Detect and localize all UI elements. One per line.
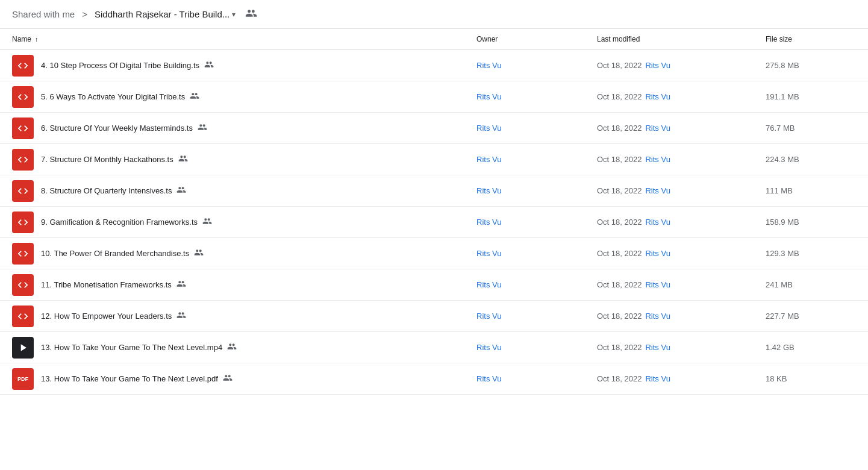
table-row[interactable]: 6. Structure Of Your Weekly Masterminds.… xyxy=(0,113,868,144)
shared-icon xyxy=(227,342,237,353)
table-row[interactable]: 10. The Power Of Branded Merchandise.ts … xyxy=(0,238,868,269)
file-cell: 11. Tribe Monetisation Frameworks.ts xyxy=(12,274,476,296)
modified-user[interactable]: Rits Vu xyxy=(645,186,670,195)
shared-icon xyxy=(176,185,186,196)
modified-date: Oct 18, 2022 xyxy=(597,374,642,383)
shared-icon xyxy=(176,279,186,290)
modified-cell: Oct 18, 2022 Rits Vu xyxy=(597,124,766,133)
chevron-down-icon[interactable]: ▾ xyxy=(232,10,236,19)
size-cell: 129.3 MB xyxy=(766,249,856,258)
file-name: 4. 10 Step Process Of Digital Tribe Buil… xyxy=(41,60,214,71)
owner-cell[interactable]: Rits Vu xyxy=(476,92,597,101)
modified-user[interactable]: Rits Vu xyxy=(645,155,670,164)
modified-cell: Oct 18, 2022 Rits Vu xyxy=(597,343,766,352)
ts-file-icon xyxy=(12,149,34,171)
modified-cell: Oct 18, 2022 Rits Vu xyxy=(597,218,766,227)
modified-user[interactable]: Rits Vu xyxy=(645,312,670,321)
modified-cell: Oct 18, 2022 Rits Vu xyxy=(597,312,766,321)
owner-cell[interactable]: Rits Vu xyxy=(476,374,597,383)
size-cell: 18 KB xyxy=(766,374,856,383)
file-name: 13. How To Take Your Game To The Next Le… xyxy=(41,342,237,353)
table-row[interactable]: 13. How To Take Your Game To The Next Le… xyxy=(0,332,868,363)
modified-cell: Oct 18, 2022 Rits Vu xyxy=(597,92,766,101)
shared-icon xyxy=(223,373,233,384)
shared-icon xyxy=(176,310,186,322)
modified-date: Oct 18, 2022 xyxy=(597,92,642,101)
modified-date: Oct 18, 2022 xyxy=(597,312,642,321)
modified-cell: Oct 18, 2022 Rits Vu xyxy=(597,186,766,195)
ts-file-icon xyxy=(12,118,34,139)
breadcrumb-current-folder[interactable]: Siddharth Rajsekar - Tribe Build... ▾ xyxy=(95,9,236,19)
modified-user[interactable]: Rits Vu xyxy=(645,61,670,70)
shared-icon xyxy=(194,248,204,259)
table-row[interactable]: 9. Gamification & Recognition Frameworks… xyxy=(0,207,868,238)
owner-cell[interactable]: Rits Vu xyxy=(476,186,597,195)
breadcrumb-folder-name: Siddharth Rajsekar - Tribe Build... xyxy=(95,9,229,19)
size-cell: 224.3 MB xyxy=(766,155,856,164)
ts-file-icon xyxy=(12,180,34,202)
size-cell: 275.8 MB xyxy=(766,61,856,70)
modified-user[interactable]: Rits Vu xyxy=(645,280,670,289)
owner-cell[interactable]: Rits Vu xyxy=(476,155,597,164)
breadcrumb-shared-with-me[interactable]: Shared with me xyxy=(12,9,75,19)
modified-date: Oct 18, 2022 xyxy=(597,343,642,352)
column-name[interactable]: Name ↑ xyxy=(12,35,476,43)
owner-cell[interactable]: Rits Vu xyxy=(476,61,597,70)
owner-cell[interactable]: Rits Vu xyxy=(476,312,597,321)
ts-file-icon xyxy=(12,274,34,296)
file-cell: 9. Gamification & Recognition Frameworks… xyxy=(12,212,476,233)
file-name: 12. How To Empower Your Leaders.ts xyxy=(41,310,186,322)
breadcrumb-header: Shared with me > Siddharth Rajsekar - Tr… xyxy=(0,0,868,29)
modified-user[interactable]: Rits Vu xyxy=(645,124,670,133)
ts-file-icon xyxy=(12,55,34,77)
modified-user[interactable]: Rits Vu xyxy=(645,374,670,383)
file-cell: 6. Structure Of Your Weekly Masterminds.… xyxy=(12,118,476,139)
modified-date: Oct 18, 2022 xyxy=(597,124,642,133)
file-name: 9. Gamification & Recognition Frameworks… xyxy=(41,216,212,228)
modified-user[interactable]: Rits Vu xyxy=(645,92,670,101)
pdf-file-icon: PDF xyxy=(12,368,34,390)
ts-file-icon xyxy=(12,243,34,265)
file-cell: 8. Structure Of Quarterly Intensives.ts xyxy=(12,180,476,202)
file-cell: 12. How To Empower Your Leaders.ts xyxy=(12,306,476,327)
file-name: 13. How To Take Your Game To The Next Le… xyxy=(41,373,233,384)
modified-date: Oct 18, 2022 xyxy=(597,218,642,227)
table-row[interactable]: 5. 6 Ways To Activate Your Digital Tribe… xyxy=(0,81,868,113)
modified-cell: Oct 18, 2022 Rits Vu xyxy=(597,155,766,164)
table-row[interactable]: 7. Structure Of Monthly Hackathons.ts Ri… xyxy=(0,144,868,175)
owner-cell[interactable]: Rits Vu xyxy=(476,124,597,133)
modified-user[interactable]: Rits Vu xyxy=(645,343,670,352)
file-cell: 7. Structure Of Monthly Hackathons.ts xyxy=(12,149,476,171)
owner-cell[interactable]: Rits Vu xyxy=(476,343,597,352)
owner-cell[interactable]: Rits Vu xyxy=(476,280,597,289)
modified-date: Oct 18, 2022 xyxy=(597,280,642,289)
table-row[interactable]: 8. Structure Of Quarterly Intensives.ts … xyxy=(0,175,868,207)
table-row[interactable]: 12. How To Empower Your Leaders.ts Rits … xyxy=(0,301,868,332)
modified-cell: Oct 18, 2022 Rits Vu xyxy=(597,280,766,289)
table-row[interactable]: PDF 13. How To Take Your Game To The Nex… xyxy=(0,363,868,395)
modified-date: Oct 18, 2022 xyxy=(597,186,642,195)
size-cell: 1.42 GB xyxy=(766,343,856,352)
shared-icon xyxy=(204,60,214,71)
modified-date: Oct 18, 2022 xyxy=(597,155,642,164)
file-cell: PDF 13. How To Take Your Game To The Nex… xyxy=(12,368,476,390)
column-file-size[interactable]: File size xyxy=(766,35,856,43)
owner-cell[interactable]: Rits Vu xyxy=(476,249,597,258)
table-row[interactable]: 4. 10 Step Process Of Digital Tribe Buil… xyxy=(0,50,868,81)
owner-cell[interactable]: Rits Vu xyxy=(476,218,597,227)
column-owner[interactable]: Owner xyxy=(476,35,597,43)
table-row[interactable]: 11. Tribe Monetisation Frameworks.ts Rit… xyxy=(0,269,868,301)
people-icon[interactable] xyxy=(245,7,257,21)
file-name: 10. The Power Of Branded Merchandise.ts xyxy=(41,248,204,259)
column-last-modified[interactable]: Last modified xyxy=(597,35,766,43)
shared-icon xyxy=(202,216,212,228)
modified-date: Oct 18, 2022 xyxy=(597,61,642,70)
modified-cell: Oct 18, 2022 Rits Vu xyxy=(597,249,766,258)
breadcrumb-separator: > xyxy=(82,9,87,19)
size-cell: 76.7 MB xyxy=(766,124,856,133)
size-cell: 158.9 MB xyxy=(766,218,856,227)
ts-file-icon xyxy=(12,212,34,233)
modified-user[interactable]: Rits Vu xyxy=(645,218,670,227)
modified-user[interactable]: Rits Vu xyxy=(645,249,670,258)
sort-asc-icon[interactable]: ↑ xyxy=(35,36,39,43)
